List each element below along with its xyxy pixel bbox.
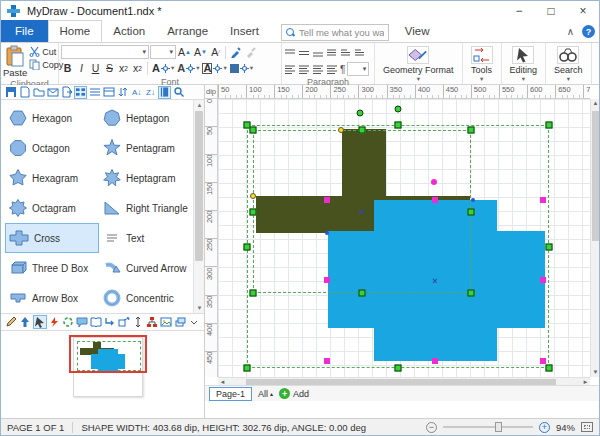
bullet-list-icon[interactable] <box>326 48 338 59</box>
lightning-tool-icon[interactable] <box>48 315 61 329</box>
maximize-button[interactable]: □ <box>535 1 567 21</box>
align-bottom-icon[interactable] <box>312 48 324 59</box>
sort-za-icon[interactable]: Z↓ <box>144 86 157 99</box>
zoom-slider[interactable] <box>443 426 533 428</box>
up-arrow-tool-icon[interactable] <box>19 315 32 329</box>
export-doc-icon[interactable] <box>60 86 73 99</box>
drawing-canvas[interactable]: ×× <box>218 99 590 377</box>
align-middle-icon[interactable] <box>298 48 310 59</box>
resize-handle[interactable] <box>395 122 402 129</box>
shape-item-right-triangle[interactable]: Right Triangle <box>99 193 193 223</box>
shape-item-curved-arrow[interactable]: Curved Arrow <box>99 253 193 283</box>
resize-handle[interactable] <box>546 122 553 129</box>
connector-tool-icon[interactable] <box>104 315 117 329</box>
shape-item-cross[interactable]: Cross <box>5 223 99 253</box>
search-button[interactable]: Search▾ <box>548 44 589 83</box>
paragraph-mark-icon[interactable]: ¶ <box>340 64 345 75</box>
resize-handle[interactable] <box>546 244 553 251</box>
grid-view-icon[interactable] <box>74 86 87 99</box>
tab-file[interactable]: File <box>1 20 48 42</box>
minimize-button[interactable]: − <box>503 1 535 21</box>
resize-handle[interactable] <box>250 290 257 297</box>
shape-item-octagon[interactable]: Octagon <box>5 133 99 163</box>
sort-az-icon[interactable]: A↓ <box>130 86 143 99</box>
rotation-handle[interactable] <box>357 110 364 117</box>
strikethrough-button[interactable]: S <box>103 61 116 75</box>
shape-item-hexagon[interactable]: Hexagon <box>5 103 99 133</box>
tab-arrange[interactable]: Arrange <box>156 20 219 42</box>
org-chart-tool-icon[interactable] <box>145 315 158 329</box>
superscript-button[interactable]: x2 <box>131 61 144 75</box>
align-center-icon[interactable] <box>298 64 310 75</box>
shape-fill-button[interactable]: ▾ <box>229 64 254 73</box>
bold-button[interactable]: B <box>61 61 74 75</box>
sort-updown-icon[interactable] <box>116 86 129 99</box>
indent-increase-icon[interactable] <box>354 48 366 59</box>
shape-handle[interactable] <box>540 358 546 364</box>
tools-button[interactable]: Tools▾ <box>465 44 499 83</box>
help-icon[interactable]: ? <box>582 25 595 38</box>
resize-handle[interactable] <box>468 290 475 297</box>
picture-tool-icon[interactable] <box>159 315 172 329</box>
underline-button[interactable]: U <box>89 61 102 75</box>
tab-home[interactable]: Home <box>48 20 103 42</box>
shrink-font-button[interactable]: A▼ <box>193 45 208 59</box>
pencil-tool-icon[interactable] <box>5 315 18 329</box>
shape-handle[interactable] <box>432 358 438 364</box>
resize-handle[interactable] <box>468 209 475 216</box>
tab-view[interactable]: View <box>394 20 441 42</box>
resize-handle[interactable] <box>359 127 366 134</box>
geometry-format-button[interactable]: Geometry Format▾ <box>377 44 460 83</box>
grow-font-button[interactable]: A▲ <box>177 45 192 59</box>
shape-handle[interactable] <box>540 277 546 283</box>
shape-handle[interactable] <box>324 277 330 283</box>
italic-button[interactable]: I <box>75 61 88 75</box>
editing-button[interactable]: Editing▾ <box>504 44 544 83</box>
shape-rotation-handle[interactable] <box>431 179 437 185</box>
shape-item-hexagram[interactable]: Hexagram <box>5 163 99 193</box>
zoom-out-button[interactable]: − <box>426 422 437 433</box>
layers-tool-icon[interactable] <box>173 315 186 329</box>
control-point-handle[interactable] <box>250 193 256 199</box>
align-top-icon[interactable] <box>284 48 296 59</box>
save-icon[interactable] <box>4 86 17 99</box>
caret-down-tool-icon[interactable] <box>187 315 200 329</box>
resize-handle[interactable] <box>546 365 553 372</box>
loop-tool-icon[interactable] <box>62 315 75 329</box>
list-view-icon[interactable] <box>88 86 101 99</box>
page-tab[interactable]: Page-1 <box>209 387 252 401</box>
pointer-tool-icon[interactable] <box>33 315 47 329</box>
shape-item-concentric[interactable]: Concentric <box>99 283 193 313</box>
shape-handle[interactable] <box>324 358 330 364</box>
shape-item-text[interactable]: Text <box>99 223 193 253</box>
zoom-in-button[interactable]: + <box>539 422 550 433</box>
font-family-combo[interactable]: ▾ <box>61 45 149 59</box>
shape-handle[interactable] <box>540 197 546 203</box>
speech-bubble-tool-icon[interactable] <box>76 315 89 329</box>
rotation-handle[interactable] <box>395 106 402 113</box>
all-pages-button[interactable]: All▴ <box>258 389 273 399</box>
shape-handle[interactable] <box>324 197 330 203</box>
close-button[interactable]: × <box>567 1 599 21</box>
resize-handle[interactable] <box>250 127 257 134</box>
new-doc-icon[interactable] <box>18 86 31 99</box>
align-left-icon[interactable] <box>284 64 296 75</box>
shape-arrow-tool-icon[interactable] <box>117 315 130 329</box>
resize-handle[interactable] <box>395 365 402 372</box>
library-scrollbar[interactable]: ▲ ▼ <box>193 100 204 313</box>
shape-item-octagram[interactable]: Octagram <box>5 193 99 223</box>
horizontal-scrollbar[interactable]: ◄► <box>218 377 590 385</box>
shape-item-three-d-box[interactable]: Three D Box <box>5 253 99 283</box>
clear-format-button[interactable]: A⁄ <box>209 45 222 59</box>
text-outline-button[interactable]: A▾ <box>201 63 227 74</box>
resize-handle[interactable] <box>468 127 475 134</box>
eyedropper-button[interactable] <box>229 45 243 59</box>
v-arrows-tool-icon[interactable] <box>131 315 144 329</box>
shape-handle[interactable] <box>432 197 438 203</box>
align-justify-icon[interactable] <box>326 64 338 75</box>
line-spacing-combo[interactable]: ▾ <box>347 62 369 76</box>
format-painter-button[interactable] <box>244 45 258 59</box>
resize-handle[interactable] <box>359 290 366 297</box>
resize-handle[interactable] <box>244 365 251 372</box>
fit-page-icon[interactable] <box>581 422 593 432</box>
